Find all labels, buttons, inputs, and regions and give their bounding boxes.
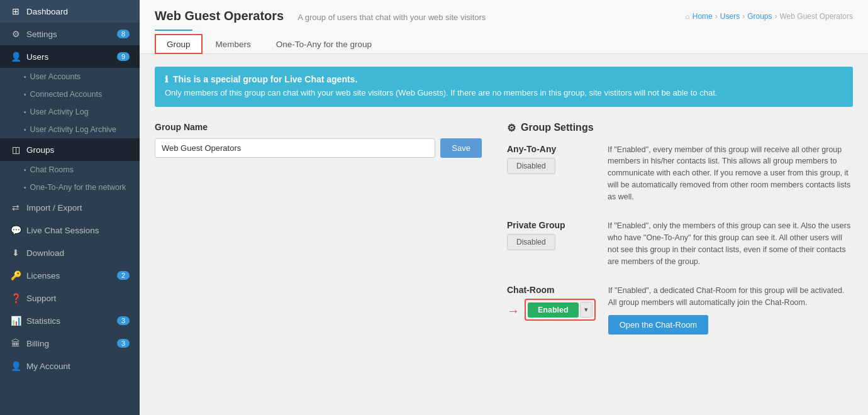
sidebar-item-label: Groups [26, 145, 54, 155]
sidebar-item-label: User Activity Log Archive [30, 125, 117, 134]
tab-underline [155, 30, 192, 31]
breadcrumb-sep: › [775, 12, 777, 21]
sidebar-item-live-chat-sessions[interactable]: 💬 Live Chat Sessions [0, 219, 140, 241]
dot-icon: • [24, 126, 26, 133]
save-button[interactable]: Save [440, 138, 482, 158]
open-chatroom-button[interactable]: Open the Chat-Room [608, 315, 709, 335]
dot-icon: • [24, 109, 26, 116]
sidebar-item-label: Support [26, 294, 56, 303]
licenses-icon: 🔑 [10, 270, 21, 280]
main-content: Web Guest Operators A group of users tha… [140, 0, 868, 415]
sidebar-item-label: User Activity Log [30, 108, 89, 116]
sidebar-item-support[interactable]: ❓ Support [0, 287, 140, 309]
sidebar-item-my-account[interactable]: 👤 My Account [0, 355, 140, 377]
sidebar-subitem-user-accounts[interactable]: • User Accounts [0, 68, 140, 86]
setting-private-group-left: Private Group Disabled [507, 220, 595, 254]
banner-text: Only members of this group can chat with… [165, 87, 843, 99]
sidebar-subitem-connected-accounts[interactable]: • Connected Accounts [0, 86, 140, 103]
billing-badge: 3 [117, 339, 130, 348]
sidebar-item-settings[interactable]: ⚙ Settings 8 [0, 23, 140, 45]
dot-icon: • [24, 184, 26, 191]
sidebar-item-label: Settings [26, 30, 57, 39]
group-name-input-row: Save [155, 138, 482, 158]
page-subtitle: A group of users that chat with your web… [298, 13, 486, 22]
sidebar-subitem-chat-rooms[interactable]: • Chat Rooms [0, 161, 140, 179]
sidebar-item-billing[interactable]: 🏛 Billing 3 [0, 332, 140, 355]
tab-group[interactable]: Group [155, 34, 203, 54]
sidebar-item-label: Download [26, 248, 64, 258]
chat-room-label: Chat-Room [507, 285, 596, 295]
tab-members[interactable]: Members [204, 34, 263, 54]
chat-room-right: If "Enabled", a dedicated Chat-Room for … [608, 285, 853, 335]
chat-room-enabled-button[interactable]: Enabled [528, 302, 579, 318]
sidebar-item-label: Import / Export [26, 203, 82, 213]
setting-any-to-any: Any-To-Any Disabled If "Enabled", every … [507, 144, 853, 203]
live-chat-icon: 💬 [10, 225, 21, 235]
setting-private-group: Private Group Disabled If "Enabled", onl… [507, 220, 853, 267]
sidebar-item-label: Dashboard [26, 7, 68, 16]
banner-title: ℹ This is a special group for Live Chat … [165, 74, 843, 84]
my-account-icon: 👤 [10, 361, 21, 371]
sidebar-item-import-export[interactable]: ⇄ Import / Export [0, 196, 140, 219]
private-group-label: Private Group [507, 220, 595, 230]
users-icon: 👤 [10, 52, 21, 62]
breadcrumb-users[interactable]: Users [720, 12, 740, 21]
sidebar-item-users[interactable]: 👤 Users 9 [0, 45, 140, 68]
sidebar-subitem-one-to-any-network[interactable]: • One-To-Any for the network [0, 179, 140, 196]
right-column: ⚙ Group Settings Any-To-Any Disabled If … [507, 122, 853, 352]
support-icon: ❓ [10, 293, 21, 303]
arrow-right-icon: → [507, 304, 520, 318]
sidebar: ⊞ Dashboard ⚙ Settings 8 👤 Users 9 • Use… [0, 0, 140, 415]
sidebar-item-label: User Accounts [30, 72, 81, 81]
page-header: Web Guest Operators A group of users tha… [140, 0, 868, 54]
settings-badge: 8 [117, 30, 130, 38]
two-column-layout: Group Name Save ⚙ Group Settings Any-To-… [155, 122, 853, 352]
any-to-any-toggle[interactable]: Disabled [507, 158, 555, 174]
sidebar-subitem-user-activity-log[interactable]: • User Activity Log [0, 103, 140, 121]
sidebar-item-label: Connected Accounts [30, 90, 103, 99]
private-group-toggle[interactable]: Disabled [507, 234, 555, 250]
breadcrumb-groups[interactable]: Groups [747, 12, 772, 21]
setting-any-to-any-row: Any-To-Any Disabled If "Enabled", every … [507, 144, 853, 203]
sidebar-item-label: Statistics [26, 316, 60, 326]
any-to-any-desc: If "Enabled", every member of this group… [608, 144, 853, 203]
statistics-icon: 📊 [10, 316, 21, 326]
breadcrumb-current: Web Guest Operators [780, 12, 854, 21]
settings-section-title: ⚙ Group Settings [507, 122, 853, 134]
any-to-any-label: Any-To-Any [507, 144, 595, 154]
sidebar-item-label: Live Chat Sessions [26, 226, 99, 235]
users-badge: 9 [117, 52, 130, 61]
dot-icon: • [24, 74, 26, 80]
tab-one-to-any[interactable]: One-To-Any for the group [264, 34, 384, 54]
setting-any-to-any-left: Any-To-Any Disabled [507, 144, 595, 178]
dot-icon: • [24, 167, 26, 174]
groups-icon: ◫ [10, 145, 21, 155]
group-name-label: Group Name [155, 122, 482, 132]
chat-room-toggle-wrap: Enabled ▾ [525, 299, 596, 321]
download-icon: ⬇ [10, 248, 21, 258]
breadcrumb-home[interactable]: Home [693, 12, 713, 21]
info-banner: ℹ This is a special group for Live Chat … [155, 67, 853, 107]
left-column: Group Name Save [155, 122, 482, 352]
sidebar-item-label: Users [26, 52, 48, 62]
sidebar-item-groups[interactable]: ◫ Groups [0, 138, 140, 161]
sidebar-item-dashboard[interactable]: ⊞ Dashboard [0, 0, 140, 23]
breadcrumb-sep: › [742, 12, 745, 21]
dashboard-icon: ⊞ [10, 6, 21, 16]
sidebar-item-label: Licenses [26, 271, 60, 280]
content-area: ℹ This is a special group for Live Chat … [140, 54, 868, 415]
setting-chat-room-left: Chat-Room → Enabled ▾ [507, 285, 596, 323]
private-group-desc: If "Enabled", only the members of this g… [608, 220, 853, 267]
sidebar-subitem-user-activity-log-archive[interactable]: • User Activity Log Archive [0, 121, 140, 138]
sidebar-item-licenses[interactable]: 🔑 Licenses 2 [0, 264, 140, 287]
group-name-input[interactable] [155, 138, 435, 158]
sidebar-item-statistics[interactable]: 📊 Statistics 3 [0, 309, 140, 332]
statistics-badge: 3 [117, 316, 130, 325]
setting-chat-room: Chat-Room → Enabled ▾ If "Ena [507, 285, 853, 335]
chat-room-toggle-right[interactable]: ▾ [580, 302, 593, 318]
breadcrumb-sep: › [715, 12, 718, 21]
breadcrumb-home-icon: ⌂ [686, 12, 690, 21]
import-export-icon: ⇄ [10, 202, 21, 213]
chat-room-toggle-area: → Enabled ▾ [507, 299, 596, 323]
sidebar-item-download[interactable]: ⬇ Download [0, 241, 140, 264]
